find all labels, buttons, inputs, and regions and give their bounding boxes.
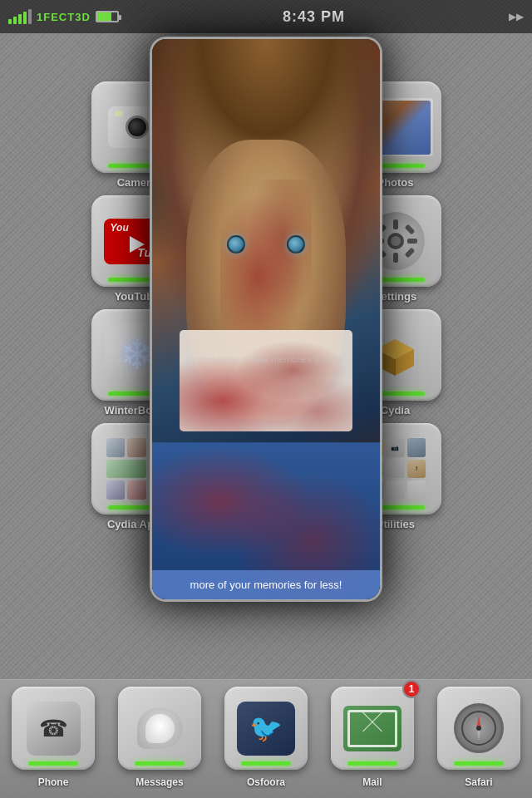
messages-app[interactable]: Messages bbox=[118, 687, 201, 788]
face-mask bbox=[180, 330, 352, 431]
svg-point-17 bbox=[476, 726, 481, 731]
util-cell-6: ! bbox=[407, 460, 426, 479]
photos-label: Photos bbox=[377, 176, 413, 189]
mail-badge: 1 bbox=[402, 680, 421, 698]
svg-rect-9 bbox=[404, 248, 415, 259]
zombie-face bbox=[152, 39, 380, 599]
popup-text-bar: more of your memories for less! bbox=[152, 570, 380, 599]
compass-svg bbox=[458, 707, 500, 749]
messages-label: Messages bbox=[135, 776, 183, 788]
compass-icon bbox=[454, 703, 504, 753]
svg-point-1 bbox=[391, 236, 401, 246]
phone-icon-inner: ☎ bbox=[27, 702, 81, 756]
mini-app-1 bbox=[106, 438, 126, 457]
popup-frame: Protect more of your memories for less! … bbox=[150, 37, 382, 602]
util-cell-2: 📷 bbox=[386, 438, 405, 457]
cydia-label: Cydia bbox=[381, 404, 410, 416]
safari-icon-inner bbox=[450, 699, 508, 757]
safari-label: Safari bbox=[465, 776, 492, 788]
speech-bubble-inner bbox=[145, 714, 175, 743]
eye-right bbox=[287, 235, 305, 254]
util-cell-8 bbox=[386, 480, 405, 500]
svg-rect-5 bbox=[407, 239, 417, 244]
osfoora-icon[interactable]: 🐦 bbox=[224, 687, 308, 770]
center-popup[interactable]: Protect more of your memories for less! … bbox=[150, 37, 382, 602]
camera-flash bbox=[115, 111, 123, 116]
phone-app[interactable]: ☎ Phone bbox=[12, 687, 95, 788]
mini-app-6 bbox=[106, 480, 126, 500]
dock: ☎ Phone Messages 🐦 Osfoora bbox=[0, 679, 532, 798]
svg-rect-2 bbox=[393, 219, 398, 229]
bird-icon: 🐦 bbox=[249, 712, 283, 744]
phone-label: Phone bbox=[38, 776, 69, 788]
messages-icon-inner bbox=[131, 702, 189, 756]
phone-icon[interactable]: ☎ bbox=[12, 687, 95, 770]
safari-app[interactable]: Safari bbox=[437, 687, 520, 788]
mini-app-2 bbox=[127, 438, 146, 457]
status-time: 8:43 PM bbox=[283, 8, 345, 26]
mini-app-4 bbox=[106, 460, 146, 479]
util-cell-9 bbox=[407, 480, 426, 500]
eye-left bbox=[227, 235, 245, 254]
mail-app[interactable]: 1 Mail bbox=[331, 687, 414, 788]
osfoora-icon-inner: 🐦 bbox=[237, 702, 295, 756]
popup-image: Protect more of your memories for less! … bbox=[152, 39, 380, 599]
photobucket-watermark: Protect more of your memories for less! bbox=[186, 354, 347, 364]
app-name: 1FECT3D bbox=[37, 11, 91, 23]
mask-blood-stains bbox=[180, 330, 352, 431]
battery-icon bbox=[96, 11, 119, 22]
youtube-play-button bbox=[130, 236, 145, 253]
envelope-flap-v bbox=[350, 712, 395, 732]
mail-icon[interactable]: 1 bbox=[331, 687, 414, 770]
svg-rect-7 bbox=[404, 224, 415, 235]
safari-icon[interactable] bbox=[437, 687, 520, 770]
speech-bubble bbox=[137, 707, 183, 749]
messages-icon[interactable] bbox=[118, 687, 201, 770]
util-cell-3 bbox=[407, 438, 426, 457]
status-left: 1FECT3D bbox=[8, 9, 119, 24]
mini-app-7 bbox=[127, 480, 146, 500]
signal-bars bbox=[8, 9, 32, 24]
camera-lens bbox=[126, 116, 149, 139]
status-right: ▶▶ bbox=[509, 11, 524, 22]
svg-rect-3 bbox=[393, 253, 398, 263]
phone-symbol: ☎ bbox=[39, 715, 68, 742]
envelope bbox=[347, 710, 397, 747]
mail-label: Mail bbox=[362, 776, 382, 788]
dock-row: ☎ Phone Messages 🐦 Osfoora bbox=[0, 687, 532, 788]
face-eyes bbox=[227, 235, 305, 254]
mail-icon-inner bbox=[343, 706, 401, 751]
status-bar: 1FECT3D 8:43 PM ▶▶ bbox=[0, 0, 532, 33]
osfoora-label: Osfoora bbox=[247, 776, 285, 788]
util-cell-5 bbox=[386, 460, 405, 479]
osfoora-app[interactable]: 🐦 Osfoora bbox=[224, 687, 308, 788]
